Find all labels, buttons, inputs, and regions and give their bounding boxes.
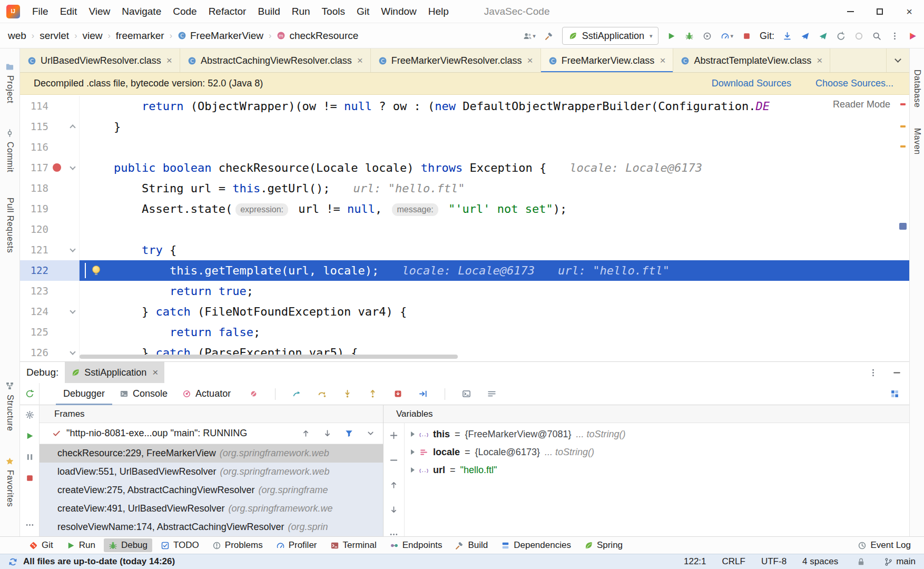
- run-to-cursor-button[interactable]: [416, 387, 430, 401]
- editor-gutter[interactable]: 121: [20, 240, 80, 260]
- menu-help[interactable]: Help: [422, 3, 455, 21]
- editor-gutter[interactable]: 123: [20, 281, 80, 301]
- readonly-lock-button[interactable]: [854, 555, 868, 569]
- vertical-scrollbar-thumb[interactable]: [899, 223, 907, 230]
- stack-frame-row[interactable]: createView:491, UrlBasedViewResolver(org…: [40, 499, 383, 518]
- thread-list-expand-button[interactable]: [363, 426, 378, 440]
- editor-tab-urlbasedviewresolver-class[interactable]: CUrlBasedViewResolver.class×: [20, 48, 180, 73]
- debug-button[interactable]: [682, 29, 696, 43]
- update-project-button[interactable]: [780, 29, 794, 43]
- menu-view[interactable]: View: [83, 3, 116, 21]
- menu-build[interactable]: Build: [252, 3, 286, 21]
- status-widget-4-spaces[interactable]: 4 spaces: [802, 556, 838, 567]
- status-widget-utf-8[interactable]: UTF-8: [761, 556, 787, 567]
- profiler-button[interactable]: ▾: [718, 29, 736, 43]
- move-watch-down-button[interactable]: [387, 503, 401, 517]
- hide-panel-button[interactable]: [890, 366, 904, 380]
- stack-frame-row[interactable]: resolveViewName:174, AbstractCachingView…: [40, 518, 383, 536]
- reader-mode-button[interactable]: Reader Mode: [833, 99, 890, 110]
- fold-icon[interactable]: [70, 349, 75, 355]
- close-button[interactable]: ×: [894, 0, 924, 23]
- error-stripe[interactable]: [899, 95, 907, 361]
- breadcrumb-freemarkerview[interactable]: CFreeMarkerView: [174, 28, 267, 44]
- fold-icon[interactable]: [70, 246, 75, 252]
- fold-icon[interactable]: [70, 308, 75, 313]
- editor-gutter[interactable]: 114: [20, 96, 80, 116]
- tostring-link[interactable]: ... toString(): [576, 429, 626, 440]
- breadcrumb-freemarker[interactable]: freemarker: [112, 28, 168, 44]
- editor-gutter[interactable]: 120: [20, 219, 80, 240]
- breadcrumb-web[interactable]: web: [4, 28, 30, 44]
- push-button[interactable]: [798, 29, 812, 43]
- run-button[interactable]: [664, 29, 679, 43]
- toolwindow-button-run[interactable]: Run: [62, 538, 100, 552]
- warning-mark[interactable]: [900, 145, 906, 148]
- editor-tab-abstractcachingviewresolver-class[interactable]: CAbstractCachingViewResolver.class×: [180, 48, 371, 73]
- remove-watch-button[interactable]: [387, 453, 401, 467]
- toolwindow-button-debug[interactable]: Debug: [104, 538, 152, 552]
- stack-frame-row[interactable]: checkResource:229, FreeMarkerView(org.sp…: [40, 444, 383, 463]
- fold-icon[interactable]: [70, 124, 75, 130]
- editor-gutter[interactable]: 122: [20, 260, 80, 281]
- move-watch-up-button[interactable]: [387, 478, 401, 492]
- next-frame-button[interactable]: [320, 426, 335, 440]
- stack-frame-row[interactable]: createView:275, AbstractCachingViewResol…: [40, 481, 383, 499]
- tostring-link[interactable]: ... toString(): [545, 447, 594, 458]
- editor-tab-freemarkerview-class[interactable]: CFreeMarkerView.class×: [541, 48, 674, 73]
- restore-layout-button[interactable]: [888, 387, 902, 401]
- stripe-commit[interactable]: Commit: [5, 129, 15, 172]
- toolwindow-button-endpoints[interactable]: Endpoints: [385, 538, 447, 552]
- previous-frame-button[interactable]: [299, 426, 313, 440]
- pause-program-button[interactable]: [25, 452, 35, 462]
- editor-gutter[interactable]: 116: [20, 137, 80, 158]
- debug-tab-console[interactable]: Console: [112, 383, 175, 405]
- intention-bulb-icon[interactable]: [92, 266, 100, 273]
- editor-gutter[interactable]: 119: [20, 199, 80, 219]
- code-editor[interactable]: 114 return (ObjectWrapper)(ow != null ? …: [20, 95, 909, 361]
- toolwindow-button-build[interactable]: Build: [450, 538, 493, 552]
- editor-gutter[interactable]: 124: [20, 301, 80, 322]
- toolwindow-button-todo[interactable]: TODO: [156, 538, 204, 552]
- git-branch-widget[interactable]: main: [884, 556, 916, 567]
- mute-breakpoints-button[interactable]: [247, 387, 261, 401]
- toolwindow-button-git[interactable]: Git: [24, 538, 58, 552]
- toolwindow-button-profiler[interactable]: Profiler: [271, 538, 322, 552]
- expand-chevron-icon[interactable]: [411, 449, 415, 455]
- menu-run[interactable]: Run: [286, 3, 316, 21]
- step-over-button[interactable]: [315, 387, 329, 401]
- banner-link-choose-sources-[interactable]: Choose Sources...: [815, 78, 893, 89]
- banner-link-download-sources[interactable]: Download Sources: [712, 78, 791, 89]
- more-debug-actions-button[interactable]: [25, 520, 35, 530]
- stripe-maven[interactable]: Maven: [912, 128, 922, 155]
- restore-button[interactable]: [865, 0, 894, 23]
- more-actions-button[interactable]: [888, 29, 902, 43]
- toolwindow-button-spring[interactable]: Spring: [579, 538, 627, 552]
- stripe-project[interactable]: Project: [5, 62, 15, 103]
- rerun-application-button[interactable]: [25, 389, 35, 399]
- stripe-structure[interactable]: Structure: [5, 381, 15, 431]
- editor-gutter[interactable]: 115: [20, 116, 80, 137]
- run-with-coverage-button[interactable]: [700, 29, 714, 43]
- stripe-favorites[interactable]: Favorites: [5, 457, 15, 507]
- background-task-button[interactable]: [852, 29, 866, 43]
- new-watch-button[interactable]: [387, 428, 401, 443]
- toolwindow-button-event-log[interactable]: Event Log: [853, 538, 916, 552]
- resume-program-button[interactable]: [25, 431, 35, 441]
- view-options-button[interactable]: [485, 387, 499, 401]
- editor-gutter[interactable]: 125: [20, 322, 80, 342]
- debug-tab-actuator[interactable]: Actuator: [175, 383, 238, 405]
- stripe-database[interactable]: Database: [912, 70, 922, 108]
- toolwindow-button-dependencies[interactable]: Dependencies: [496, 538, 576, 552]
- stripe-pull-requests[interactable]: Pull Requests: [5, 198, 15, 253]
- commit-and-push-button[interactable]: [816, 29, 830, 43]
- drop-frame-button[interactable]: [391, 387, 405, 401]
- more-options-button[interactable]: [866, 366, 880, 380]
- run-config-selector[interactable]: SstiApplication ▾: [562, 27, 659, 45]
- minimize-button[interactable]: [835, 0, 865, 23]
- toolwindow-button-problems[interactable]: Problems: [208, 538, 268, 552]
- breadcrumb-checkresource[interactable]: mcheckResource: [273, 28, 362, 44]
- step-out-button[interactable]: [366, 387, 380, 401]
- menu-window[interactable]: Window: [375, 3, 422, 21]
- close-icon[interactable]: ×: [817, 55, 822, 66]
- step-into-button[interactable]: [340, 387, 355, 401]
